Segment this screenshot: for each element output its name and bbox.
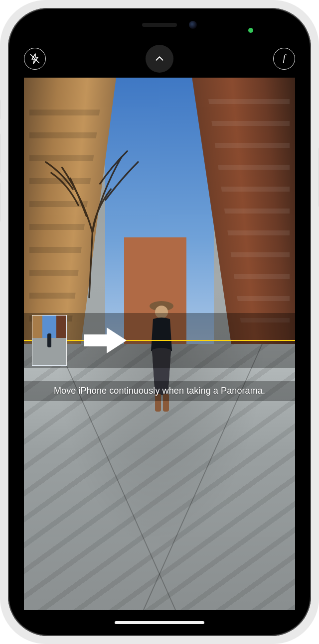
filters-button[interactable]: f <box>273 48 295 70</box>
aperture-f-icon: f <box>278 53 290 65</box>
svg-marker-6 <box>84 327 127 353</box>
front-camera <box>189 21 197 29</box>
volume-down-button <box>0 182 0 222</box>
camera-active-indicator <box>248 28 253 33</box>
silence-switch <box>0 100 0 119</box>
home-indicator[interactable] <box>115 621 204 624</box>
panorama-instruction-text: Move iPhone continuously when taking a P… <box>54 386 265 396</box>
panorama-guide-strip[interactable] <box>24 313 295 368</box>
flash-off-icon <box>29 53 41 65</box>
panorama-preview-thumbnail <box>32 315 67 366</box>
flash-toggle-button[interactable] <box>24 48 46 70</box>
device-bezel: f <box>8 8 311 636</box>
svg-text:f: f <box>283 53 287 63</box>
panorama-instruction-banner: Move iPhone continuously when taking a P… <box>24 381 295 401</box>
screen: f <box>15 15 304 629</box>
chevron-up-icon <box>154 53 165 64</box>
options-expand-button[interactable] <box>146 45 173 73</box>
speaker-grille <box>142 23 177 27</box>
camera-top-controls: f <box>15 43 304 75</box>
device-frame: f <box>0 0 319 644</box>
panorama-direction-arrow-icon <box>84 325 128 355</box>
camera-viewfinder[interactable]: Move iPhone continuously when taking a P… <box>24 78 295 610</box>
notch <box>95 15 224 35</box>
volume-up-button <box>0 133 0 173</box>
